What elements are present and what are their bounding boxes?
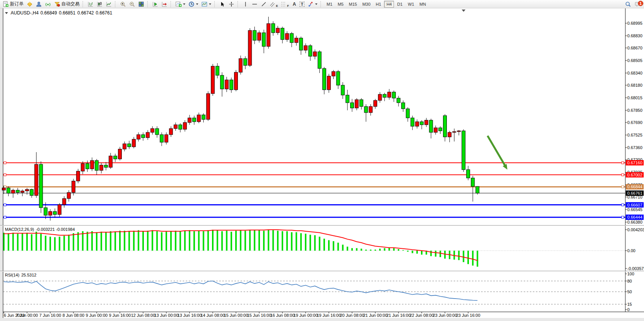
cursor-tool-button[interactable] — [218, 0, 227, 8]
svg-text:13 Jun 00:00: 13 Jun 00:00 — [154, 313, 179, 318]
svg-text:50: 50 — [627, 289, 632, 294]
tf-button-m30[interactable]: M30 — [360, 1, 373, 8]
templates-dropdown-caret — [209, 3, 211, 5]
rsi-value: 25.5312 — [21, 273, 37, 277]
svg-text:0.68670: 0.68670 — [627, 46, 642, 50]
toolbar-separator — [147, 1, 150, 7]
signals-button[interactable] — [43, 0, 53, 8]
tf-button-h4[interactable]: H4 — [384, 1, 394, 8]
svg-text:0.66545: 0.66545 — [627, 207, 642, 212]
tf-button-m5[interactable]: M5 — [335, 1, 346, 8]
timeframe-group: M1M5M15M30H1H4D1W1MN — [324, 1, 429, 8]
notification-count-badge: 1 — [638, 1, 643, 6]
svg-text:0.68180: 0.68180 — [627, 83, 642, 87]
notifications-button[interactable]: 1 — [633, 0, 643, 8]
templates-button[interactable] — [200, 0, 213, 8]
chart-header: AUDUSD-,H4 0.66849 0.66851 0.66742 0.667… — [5, 10, 112, 16]
tf-button-m15[interactable]: M15 — [347, 1, 359, 8]
svg-text:0.68015: 0.68015 — [627, 95, 642, 100]
vertical-line-tool-button[interactable] — [241, 0, 250, 8]
svg-text:0.67850: 0.67850 — [627, 108, 642, 113]
tf-button-m1[interactable]: M1 — [324, 1, 335, 8]
candlestick-mode-button[interactable] — [95, 0, 104, 8]
auto-trading-label: 自动交易 — [61, 1, 80, 7]
indicators-dropdown-caret — [183, 3, 185, 5]
line-chart-icon — [106, 1, 112, 7]
svg-text:0.00: 0.00 — [627, 248, 635, 253]
tf-button-mn[interactable]: MN — [417, 1, 428, 8]
trendline-tool-button[interactable] — [259, 0, 268, 8]
svg-text:22 Jun 08:00: 22 Jun 08:00 — [410, 313, 434, 318]
svg-text:0.67690: 0.67690 — [627, 120, 642, 125]
trading-terminal: { "toolbar": { "new_order": { "label": "… — [0, 0, 644, 321]
toolbar-separator — [238, 1, 240, 7]
vertical-line-icon — [242, 1, 249, 7]
clock-icon — [188, 1, 194, 7]
arrows-tool-button[interactable] — [306, 0, 319, 8]
svg-text:23 Jun 16:00: 23 Jun 16:00 — [456, 313, 480, 318]
zoom-out-icon — [129, 1, 135, 7]
svg-text:9 Jun 00:00: 9 Jun 00:00 — [86, 313, 108, 318]
channel-tool-button[interactable]: E — [268, 0, 279, 8]
quote-open: 0.66849 — [40, 10, 57, 16]
search-button[interactable] — [623, 0, 633, 8]
quote-values: 0.66849 0.66851 0.66742 0.66761 — [40, 10, 112, 16]
zoom-out-button[interactable] — [128, 0, 137, 8]
auto-trading-button[interactable]: 自动交易 — [53, 0, 81, 8]
profile-person-icon — [36, 1, 42, 7]
codebase-button[interactable] — [34, 0, 43, 8]
svg-text:20 Jun 08:00: 20 Jun 08:00 — [340, 313, 364, 318]
svg-text:21 Jun 00:00: 21 Jun 00:00 — [363, 313, 387, 318]
quote-low: 0.66742 — [77, 10, 94, 16]
svg-text:100: 100 — [627, 272, 634, 276]
svg-text:7 Jun 16:00: 7 Jun 16:00 — [39, 313, 61, 318]
main-toolbar: 新订单 自动交易 — [0, 0, 644, 8]
new-order-label: 新订单 — [10, 1, 24, 7]
crosshair-tool-button[interactable] — [227, 0, 236, 8]
svg-text:80: 80 — [627, 279, 632, 283]
chart-canvas[interactable]: 0.689950.688300.686700.685050.683400.681… — [0, 0, 644, 321]
market-button[interactable] — [25, 0, 34, 8]
svg-text:0.66607: 0.66607 — [627, 203, 642, 207]
svg-text:14 Jun 08:00: 14 Jun 08:00 — [201, 313, 225, 318]
periods-button[interactable] — [187, 0, 200, 8]
svg-text:-0.003575: -0.003575 — [627, 266, 644, 271]
toolbar-separator — [171, 1, 173, 7]
arrows-dropdown-caret — [315, 3, 317, 5]
svg-text:9 Jun 16:00: 9 Jun 16:00 — [109, 313, 131, 318]
text-tool-button[interactable]: A — [290, 0, 298, 8]
svg-text:13 Jun 16:00: 13 Jun 16:00 — [177, 313, 202, 318]
chart-shift-icon — [161, 1, 167, 7]
chart-shift-button[interactable] — [160, 0, 169, 8]
tile-windows-button[interactable] — [137, 0, 146, 8]
svg-text:8 Jun 08:00: 8 Jun 08:00 — [62, 313, 84, 318]
indicators-button[interactable] — [174, 0, 187, 8]
bar-chart-mode-button[interactable] — [86, 0, 95, 8]
macd-values: -0.003221 -0.001984 — [36, 227, 75, 232]
chat-bubble-icon: 1 — [635, 1, 642, 7]
tf-button-d1[interactable]: D1 — [395, 1, 405, 8]
text-label-tool-button[interactable]: T — [298, 0, 306, 8]
zoom-in-button[interactable] — [118, 0, 128, 8]
svg-text:0.67360: 0.67360 — [627, 145, 642, 150]
template-chart-icon — [201, 1, 207, 7]
symbol-collapse-icon[interactable] — [5, 12, 8, 14]
horizontal-line-tool-button[interactable] — [250, 0, 259, 8]
channel-letter: E — [276, 4, 278, 8]
auto-scroll-button[interactable] — [151, 0, 160, 8]
fibonacci-tool-button[interactable]: F — [279, 0, 290, 8]
symbol-title: AUDUSD-,H4 — [11, 10, 38, 16]
svg-text:15 Jun 16:00: 15 Jun 16:00 — [247, 313, 271, 318]
fibonacci-letter: F — [287, 4, 289, 8]
tf-button-w1[interactable]: W1 — [406, 1, 417, 8]
svg-text:0.68830: 0.68830 — [627, 33, 642, 38]
time-axis[interactable]: 6 Jun 20237 Jun 00:007 Jun 16:008 Jun 08… — [4, 312, 480, 318]
tf-button-h1[interactable]: H1 — [373, 1, 383, 8]
fibonacci-icon — [281, 1, 286, 7]
search-icon — [625, 1, 631, 7]
line-chart-mode-button[interactable] — [104, 0, 113, 8]
new-order-button[interactable]: 新订单 — [1, 0, 25, 8]
macd-indicator-label: MACD(12,26,9) -0.003221 -0.001984 — [5, 227, 75, 232]
svg-text:23 Jun 00:00: 23 Jun 00:00 — [433, 313, 457, 318]
candlestick-icon — [97, 1, 103, 7]
